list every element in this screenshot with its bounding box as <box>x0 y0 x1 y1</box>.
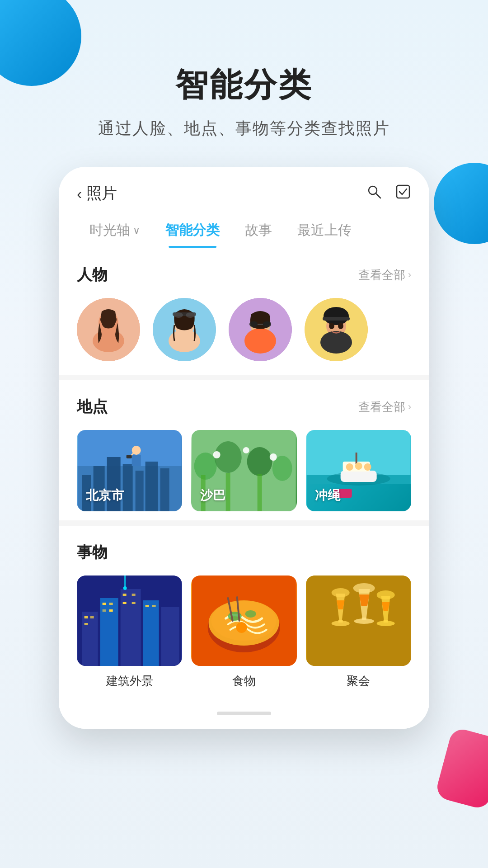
people-view-all-arrow: › <box>408 269 411 281</box>
svg-rect-70 <box>84 623 88 625</box>
svg-point-13 <box>186 312 195 318</box>
things-section-title: 事物 <box>77 542 108 563</box>
people-section-title: 人物 <box>77 264 108 285</box>
svg-rect-65 <box>121 589 141 666</box>
svg-rect-71 <box>103 603 106 605</box>
svg-rect-78 <box>132 602 136 604</box>
svg-point-102 <box>376 590 394 599</box>
svg-rect-79 <box>145 605 149 607</box>
person-avatar-1[interactable] <box>77 298 140 361</box>
svg-rect-72 <box>109 603 113 605</box>
svg-point-100 <box>354 618 374 624</box>
svg-point-44 <box>247 447 272 476</box>
location-label-shaba: 沙巴 <box>200 487 225 504</box>
svg-point-49 <box>213 451 221 458</box>
svg-rect-40 <box>127 455 132 458</box>
back-arrow-icon: ‹ <box>77 185 82 203</box>
svg-rect-77 <box>123 602 127 604</box>
svg-point-98 <box>353 583 375 593</box>
people-section: 人物 查看全部 › <box>59 248 429 375</box>
svg-rect-35 <box>145 462 158 511</box>
avatar-image-3 <box>229 298 292 361</box>
thing-card-party[interactable] <box>306 576 411 666</box>
svg-rect-67 <box>161 607 179 666</box>
svg-rect-36 <box>160 468 169 511</box>
svg-point-50 <box>243 447 249 453</box>
app-content: ‹ 照片 <box>59 167 429 729</box>
svg-point-89 <box>236 622 247 633</box>
timeline-dropdown-arrow: ∨ <box>133 225 140 236</box>
svg-rect-18 <box>263 321 271 327</box>
people-view-all-button[interactable]: 查看全部 › <box>358 267 411 283</box>
svg-point-58 <box>346 463 353 471</box>
app-header: ‹ 照片 <box>59 167 429 213</box>
location-bg-3: 冲绳 <box>306 430 411 511</box>
divider-2 <box>59 520 429 526</box>
svg-point-104 <box>376 621 394 626</box>
svg-rect-2 <box>397 185 409 198</box>
svg-rect-73 <box>103 609 106 612</box>
avatar-image-1 <box>77 298 140 361</box>
svg-rect-17 <box>249 321 258 327</box>
svg-point-82 <box>123 586 127 590</box>
page-subtitle: 通过人脸、地点、事物等分类查找照片 <box>0 118 488 140</box>
svg-point-26 <box>329 323 334 329</box>
things-row <box>77 576 411 666</box>
svg-point-51 <box>270 453 277 461</box>
location-label-beijing: 北京市 <box>86 487 124 504</box>
person-avatar-2[interactable] <box>153 298 216 361</box>
svg-point-5 <box>93 330 124 352</box>
locations-view-all-button[interactable]: 查看全部 › <box>358 399 411 415</box>
location-label-okinawa: 冲绳 <box>315 487 340 504</box>
things-section: 事物 <box>59 526 429 703</box>
home-indicator <box>217 712 271 715</box>
tab-timeline[interactable]: 时光轴 ∨ <box>77 213 153 248</box>
phone-mockup: ‹ 照片 <box>59 167 429 729</box>
timeline-tab-label: 时光轴 ∨ <box>89 221 140 240</box>
svg-point-88 <box>245 610 256 618</box>
svg-rect-75 <box>123 594 127 596</box>
person-avatar-4[interactable] <box>305 298 368 361</box>
svg-rect-38 <box>132 455 141 466</box>
navigation-tabs: 时光轴 ∨ 智能分类 故事 最近上传 <box>59 213 429 248</box>
person-avatar-3[interactable] <box>229 298 292 361</box>
back-button[interactable]: ‹ 照片 <box>77 183 117 204</box>
svg-rect-74 <box>109 609 113 612</box>
people-avatars-row <box>77 298 411 366</box>
tab-stories[interactable]: 故事 <box>232 213 285 248</box>
svg-point-12 <box>174 312 183 318</box>
bg-decor-circle-right <box>434 163 488 244</box>
svg-point-60 <box>364 463 371 471</box>
header-section: 智能分类 通过人脸、地点、事物等分类查找照片 <box>0 0 488 167</box>
location-card-okinawa[interactable]: 冲绳 <box>306 430 411 511</box>
locations-section-header: 地点 查看全部 › <box>77 396 411 417</box>
svg-rect-66 <box>143 600 159 666</box>
things-section-header: 事物 <box>77 542 411 563</box>
svg-rect-69 <box>90 616 94 618</box>
svg-rect-64 <box>100 598 118 666</box>
svg-rect-80 <box>152 605 156 607</box>
tab-recent-upload[interactable]: 最近上传 <box>285 213 364 248</box>
svg-rect-63 <box>82 612 98 666</box>
bg-decor-pink-right <box>434 726 488 811</box>
svg-rect-76 <box>132 594 136 596</box>
app-page-title: 照片 <box>86 183 117 204</box>
locations-row: 北京市 <box>77 430 411 511</box>
avatar-image-2 <box>153 298 216 361</box>
svg-rect-47 <box>226 473 230 511</box>
thing-card-architecture[interactable] <box>77 576 182 666</box>
thing-bg-party <box>306 576 411 666</box>
svg-rect-48 <box>258 474 262 511</box>
thing-label-architecture: 建筑外景 <box>77 673 182 689</box>
tab-smart-classify[interactable]: 智能分类 <box>153 213 232 248</box>
thing-bg-architecture <box>77 576 182 666</box>
search-icon[interactable] <box>366 184 382 204</box>
header-icons <box>366 184 411 204</box>
location-card-shaba[interactable]: 沙巴 <box>191 430 296 511</box>
divider-1 <box>59 375 429 380</box>
svg-point-16 <box>244 328 276 354</box>
select-icon[interactable] <box>395 184 411 204</box>
location-card-beijing[interactable]: 北京市 <box>77 430 182 511</box>
locations-section-title: 地点 <box>77 396 108 417</box>
thing-card-food[interactable] <box>191 576 296 666</box>
